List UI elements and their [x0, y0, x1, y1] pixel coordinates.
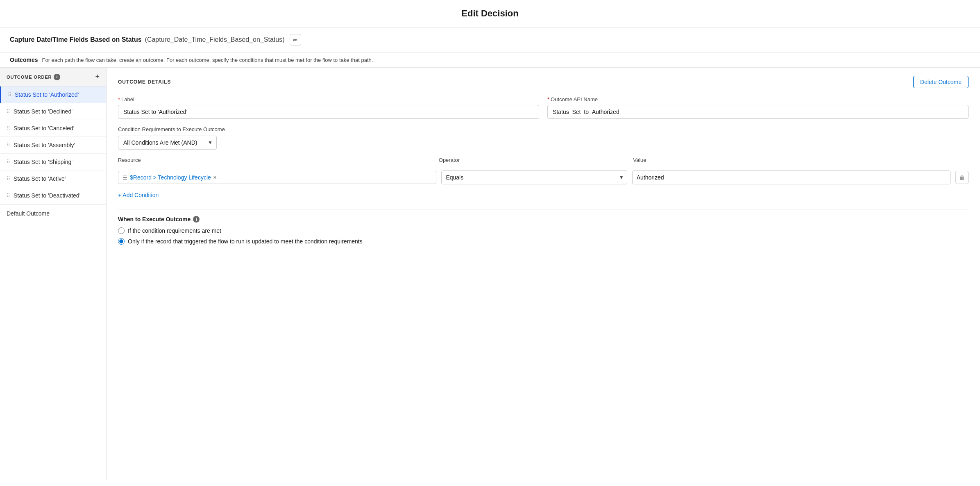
api-name-input[interactable] [547, 105, 969, 119]
condition-row-1: ☰ $Record > Technology Lifecycle ✕ Equal… [118, 167, 969, 188]
label-input[interactable] [118, 105, 539, 119]
when-execute-label: When to Execute Outcome [118, 216, 191, 223]
condition-requirements-section: Condition Requirements to Execute Outcom… [118, 126, 969, 150]
drag-handle-icon: ⠿ [7, 142, 10, 148]
outcome-details-label: OUTCOME DETAILS [118, 79, 171, 85]
sidebar-item-declined[interactable]: ⠿ Status Set to 'Declined' [0, 103, 106, 120]
outcomes-label: Outcomes [10, 57, 38, 63]
radio-option-updated[interactable]: Only if the record that triggered the fl… [118, 238, 969, 245]
separator [118, 209, 969, 209]
drag-handle-icon: ⠿ [7, 109, 10, 114]
sidebar-item-shipping[interactable]: ⠿ Status Set to 'Shipping' [0, 154, 106, 170]
resource-value: $Record > Technology Lifecycle [130, 174, 211, 181]
value-input[interactable] [632, 170, 951, 184]
sidebar-item-label: Status Set to 'Deactivated' [14, 192, 80, 199]
radio-updated[interactable] [118, 238, 125, 245]
label-group: * Label [118, 96, 539, 119]
sidebar-item-label: Status Set to 'Active' [14, 175, 66, 182]
edit-decision-name-button[interactable]: ✏ [290, 34, 301, 45]
sidebar-item-authorized[interactable]: ⠿ Status Set to 'Authorized' [0, 86, 106, 103]
condition-row-header: Resource Operator Value [118, 157, 969, 166]
delete-outcome-button[interactable]: Delete Outcome [913, 76, 969, 88]
radio-option-condition-met[interactable]: If the condition requirements are met [118, 227, 969, 234]
sidebar-item-canceled[interactable]: ⠿ Status Set to 'Canceled' [0, 120, 106, 137]
page-header: Edit Decision [0, 0, 980, 27]
required-star: * [547, 96, 549, 102]
outcomes-description: For each path the flow can take, create … [42, 57, 373, 63]
sidebar-item-label: Status Set to 'Canceled' [14, 125, 75, 132]
remove-resource-icon[interactable]: ✕ [213, 175, 217, 180]
sidebar-item-label: Status Set to 'Authorized' [15, 91, 79, 98]
add-outcome-button[interactable]: + [95, 73, 100, 81]
when-execute-info-icon[interactable]: i [193, 216, 200, 223]
delete-condition-row-button[interactable]: 🗑 [955, 171, 969, 184]
detail-panel-header: OUTCOME DETAILS Delete Outcome [118, 76, 969, 88]
list-icon: ☰ [122, 175, 127, 181]
outcome-order-info-icon[interactable]: i [54, 74, 60, 80]
operator-column-header: Operator [439, 157, 628, 163]
decision-name-bar: Capture Date/Time Fields Based on Status… [0, 27, 980, 52]
operator-select-wrapper: Equals Not Equal To Contains Does Not Co… [441, 170, 627, 184]
radio-condition-met[interactable] [118, 227, 125, 234]
drag-handle-icon: ⠿ [7, 176, 10, 182]
detail-panel: OUTCOME DETAILS Delete Outcome * Label *… [107, 68, 980, 480]
operator-select[interactable]: Equals Not Equal To Contains Does Not Co… [441, 170, 627, 184]
add-condition-button[interactable]: + Add Condition [118, 189, 159, 201]
main-layout: OUTCOME ORDER i + ⠿ Status Set to 'Autho… [0, 68, 980, 480]
condition-requirements-select[interactable]: All Conditions Are Met (AND) Any Conditi… [118, 136, 217, 150]
sidebar-item-assembly[interactable]: ⠿ Status Set to 'Assembly' [0, 137, 106, 154]
drag-handle-icon: ⠿ [7, 159, 10, 165]
sidebar-item-label: Status Set to 'Shipping' [14, 159, 73, 165]
value-column-header: Value [633, 157, 949, 163]
required-star: * [118, 96, 120, 102]
resource-field[interactable]: ☰ $Record > Technology Lifecycle ✕ [118, 171, 436, 184]
default-outcome-item[interactable]: Default Outcome [0, 204, 106, 223]
trash-icon: 🗑 [959, 174, 965, 181]
label-apiname-row: * Label * Outcome API Name [118, 96, 969, 119]
label-field-label: Label [121, 96, 134, 102]
sidebar: OUTCOME ORDER i + ⠿ Status Set to 'Autho… [0, 68, 107, 480]
sidebar-header: OUTCOME ORDER i + [0, 68, 106, 86]
footer: Cancel Done [0, 480, 980, 486]
condition-requirements-select-wrapper: All Conditions Are Met (AND) Any Conditi… [118, 136, 217, 150]
radio-option-label-2: Only if the record that triggered the fl… [128, 238, 363, 245]
api-name-field-label: Outcome API Name [551, 96, 598, 102]
when-execute-title: When to Execute Outcome i [118, 216, 969, 223]
when-execute-section: When to Execute Outcome i If the conditi… [118, 209, 969, 245]
resource-tag: $Record > Technology Lifecycle ✕ [130, 174, 217, 181]
drag-handle-icon: ⠿ [7, 193, 10, 198]
condition-req-label: Condition Requirements to Execute Outcom… [118, 126, 969, 132]
decision-api-name: (Capture_Date_Time_Fields_Based_on_Statu… [145, 36, 285, 43]
sidebar-item-active[interactable]: ⠿ Status Set to 'Active' [0, 170, 106, 187]
sidebar-item-label: Status Set to 'Assembly' [14, 142, 75, 148]
radio-option-label-1: If the condition requirements are met [128, 227, 221, 234]
outcomes-bar: Outcomes For each path the flow can take… [0, 52, 980, 68]
decision-bold-name: Capture Date/Time Fields Based on Status [10, 36, 142, 43]
default-outcome-label: Default Outcome [7, 210, 50, 217]
drag-handle-icon: ⠿ [8, 92, 11, 98]
api-name-group: * Outcome API Name [547, 96, 969, 119]
resource-column-header: Resource [118, 157, 434, 163]
sidebar-item-label: Status Set to 'Declined' [14, 108, 73, 115]
sidebar-item-deactivated[interactable]: ⠿ Status Set to 'Deactivated' [0, 187, 106, 204]
pencil-icon: ✏ [293, 37, 297, 43]
page-title: Edit Decision [8, 8, 972, 19]
outcome-order-label: OUTCOME ORDER [7, 75, 52, 79]
radio-group: If the condition requirements are met On… [118, 227, 969, 245]
drag-handle-icon: ⠿ [7, 125, 10, 131]
